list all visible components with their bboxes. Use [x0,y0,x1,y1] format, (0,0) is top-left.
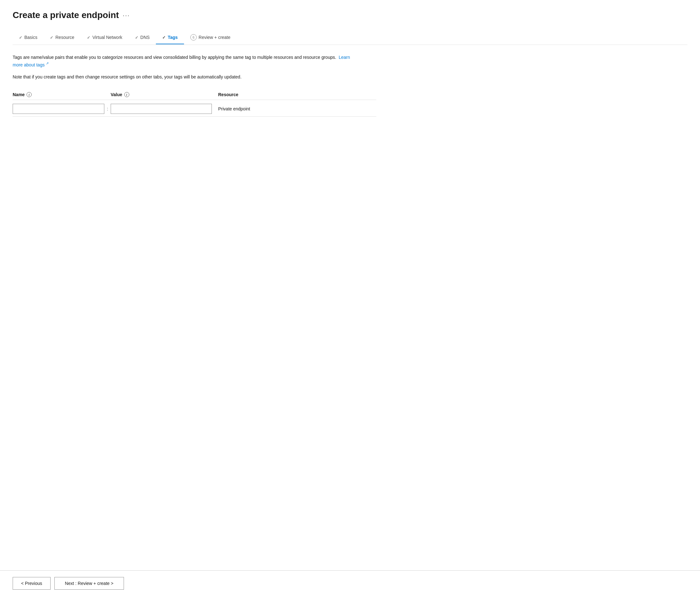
step-circle-review: 6 [190,34,197,41]
tab-tags-label: Tags [167,35,178,40]
name-input-wrapper [12,104,104,114]
tab-virtual-network[interactable]: ✓ Virtual Network [81,31,129,44]
tab-basics[interactable]: ✓ Basics [12,31,44,44]
tab-resource[interactable]: ✓ Resource [44,31,81,44]
col-value-header: Value i [111,92,218,97]
name-info-icon[interactable]: i [27,92,32,97]
check-icon-basics: ✓ [19,35,22,40]
tab-dns[interactable]: ✓ DNS [129,31,156,44]
tag-name-input[interactable] [12,104,104,114]
value-input-wrapper [111,104,212,114]
check-icon-tags: ✓ [162,35,166,40]
external-link-icon: ↗ [46,61,49,65]
tab-review-create[interactable]: 6 Review + create [184,30,237,45]
tab-dns-label: DNS [140,35,150,40]
tab-resource-label: Resource [55,35,74,40]
tags-header-row: Name i Value i Resource [12,90,376,100]
tags-data-row: : Private endpoint [12,101,376,117]
previous-button[interactable]: < Previous [12,577,51,590]
tab-review-create-label: Review + create [199,35,231,40]
colon-separator: : [104,106,111,111]
tab-virtual-network-label: Virtual Network [92,35,122,40]
value-info-icon[interactable]: i [124,92,129,97]
more-options-icon[interactable]: ··· [123,12,130,19]
next-button[interactable]: Next : Review + create > [54,577,124,590]
tab-basics-label: Basics [24,35,37,40]
check-icon-resource: ✓ [50,35,53,40]
tabs-bar: ✓ Basics ✓ Resource ✓ Virtual Network ✓ … [12,30,688,45]
check-icon-virtual-network: ✓ [87,35,90,40]
tag-resource-text: Private endpoint [218,106,376,111]
page-title-row: Create a private endpoint ··· [12,10,688,20]
tab-tags[interactable]: ✓ Tags [156,31,184,44]
tags-table: Name i Value i Resource : Private endpoi… [12,90,376,117]
col-resource-header: Resource [218,92,376,97]
note-text: Note that if you create tags and then ch… [12,73,360,80]
col-name-header: Name i [12,92,111,97]
tag-value-input[interactable] [111,104,212,114]
check-icon-dns: ✓ [135,35,138,40]
footer: < Previous Next : Review + create > [0,570,700,596]
page-title: Create a private endpoint [12,10,119,20]
description-main: Tags are name/value pairs that enable yo… [12,54,360,68]
